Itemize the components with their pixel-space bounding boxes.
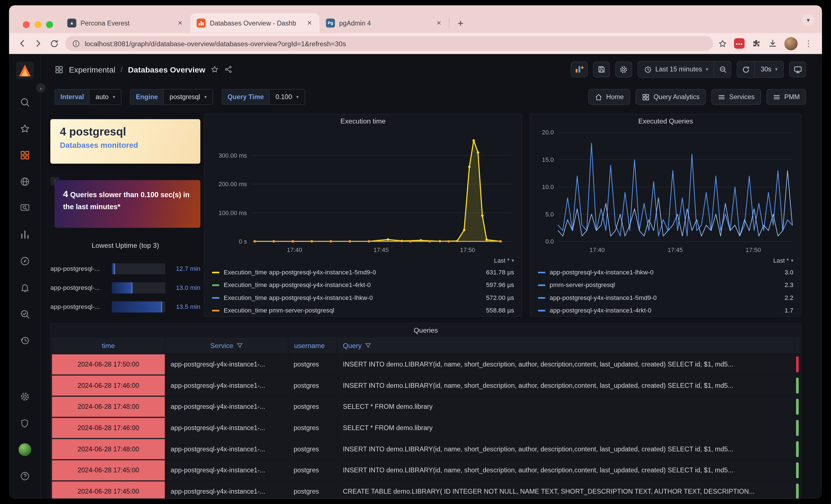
tab-databases-overview[interactable]: Databases Overview - Dashb × <box>190 13 320 33</box>
legend-item[interactable]: Execution_time app-postgresql-y4x-instan… <box>204 266 521 278</box>
explore-compass-icon[interactable] <box>9 248 40 274</box>
starred-dashboards-icon[interactable] <box>9 115 40 142</box>
minimize-window-button[interactable] <box>34 21 41 28</box>
variable-value-dropdown[interactable]: postgresql▾ <box>163 89 213 105</box>
query-analytics-button[interactable]: Query Analytics <box>635 89 706 105</box>
column-header-username[interactable]: username <box>289 337 337 353</box>
site-info-icon[interactable] <box>72 39 80 47</box>
services-button[interactable]: Services <box>711 89 761 105</box>
new-tab-button[interactable]: + <box>453 16 468 31</box>
series-name[interactable]: Execution_time app-postgresql-y4x-instan… <box>224 281 482 288</box>
url-text[interactable]: localhost:8081/graph/d/database-overview… <box>85 39 706 47</box>
uptime-row[interactable]: app-postgresql-...13.5 min <box>51 297 200 316</box>
legend-item[interactable]: Execution_time app-postgresql-y4x-instan… <box>204 278 521 291</box>
dashboard-settings-gear-icon[interactable] <box>615 61 632 77</box>
forward-button[interactable] <box>30 35 46 52</box>
refresh-button[interactable] <box>738 61 754 77</box>
security-shield-icon[interactable] <box>9 410 40 437</box>
dashboards-icon[interactable] <box>9 142 40 169</box>
home-button[interactable]: Home <box>588 89 630 105</box>
tv-mode-button[interactable] <box>789 61 806 77</box>
zoom-out-button[interactable] <box>714 61 731 77</box>
tab-percona-everest[interactable]: ▲ Percona Everest × <box>61 13 191 33</box>
series-name[interactable]: app-postgresql-y4x-instance1-lhkw-0 <box>550 269 780 276</box>
help-icon[interactable] <box>9 463 40 490</box>
query-table-row[interactable]: 2024-06-28 17:46:00app-postgresql-y4x-in… <box>52 376 800 396</box>
browser-profile-avatar[interactable] <box>784 37 798 50</box>
pmm-button[interactable]: PMM <box>766 89 806 105</box>
bookmark-star-icon[interactable] <box>718 39 727 48</box>
tab-search-chevron-icon[interactable]: ▾ <box>802 14 814 26</box>
legend-item[interactable]: Execution_time app-postgresql-y4x-instan… <box>204 291 521 304</box>
legend-sort-header[interactable]: Last *▾ <box>204 255 521 266</box>
query-table-row[interactable]: 2024-06-28 17:48:00app-postgresql-y4x-in… <box>52 439 800 459</box>
databases-globe-icon[interactable] <box>9 169 40 195</box>
favorite-star-icon[interactable] <box>211 65 219 73</box>
column-header-service[interactable]: Service <box>166 337 288 353</box>
settings-gear-icon[interactable] <box>9 384 40 410</box>
close-tab-icon[interactable]: × <box>305 18 314 28</box>
slow-queries-panel[interactable]: 4Queries slower than 0.100 sec(s) in the… <box>55 180 200 228</box>
close-tab-icon[interactable]: × <box>175 18 185 28</box>
executed-queries-panel[interactable]: Executed Queries 0.05.010.015.020.017:40… <box>530 114 801 317</box>
svg-text:200.00 ms: 200.00 ms <box>219 181 247 187</box>
sidebar-expand-chevron[interactable]: › <box>36 83 46 93</box>
query-table-row[interactable]: 2024-06-28 17:46:00app-postgresql-y4x-in… <box>52 418 800 438</box>
legend-item[interactable]: pmm-server-postgresql2.3 <box>531 278 801 291</box>
execution-time-chart[interactable]: 0 s100.00 ms200.00 ms300.00 ms17:4017:45… <box>209 128 518 255</box>
variable-value-dropdown[interactable]: auto▾ <box>89 89 122 105</box>
breadcrumb-folder[interactable]: Experimental <box>69 65 115 74</box>
downloads-icon[interactable] <box>768 39 777 48</box>
back-button[interactable] <box>14 35 30 52</box>
query-table-row[interactable]: 2024-06-28 17:48:00app-postgresql-y4x-in… <box>52 397 800 417</box>
dashboards-grid-icon[interactable] <box>55 65 64 74</box>
tab-pgadmin[interactable]: Pg pgAdmin 4 × <box>320 13 449 33</box>
legend-sort-header[interactable]: Last *▾ <box>531 255 801 266</box>
column-header-time[interactable]: time <box>52 337 165 353</box>
legend-item[interactable]: Execution_time pmm-server-postgresql558.… <box>204 304 521 317</box>
close-window-button[interactable] <box>23 21 30 28</box>
close-tab-icon[interactable]: × <box>434 18 443 28</box>
series-name[interactable]: pmm-server-postgresql <box>550 281 780 288</box>
legend-item[interactable]: app-postgresql-y4x-instance1-lhkw-03.0 <box>531 266 801 278</box>
user-profile-avatar[interactable] <box>9 437 40 463</box>
queries-table-panel[interactable]: Queries time Service username Query <box>51 323 801 499</box>
query-table-row[interactable]: 2024-06-28 17:45:00app-postgresql-y4x-in… <box>52 481 800 499</box>
query-table-row[interactable]: 2024-06-28 17:50:00app-postgresql-y4x-in… <box>52 354 800 374</box>
uptime-row[interactable]: app-postgresql-...12.7 min <box>51 259 200 278</box>
query-analytics-icon[interactable] <box>9 195 40 221</box>
query-table-row[interactable]: 2024-06-28 17:45:00app-postgresql-y4x-in… <box>52 460 800 480</box>
adblock-extension-icon[interactable]: ••• <box>734 38 745 49</box>
backup-history-icon[interactable] <box>9 327 40 354</box>
extensions-puzzle-icon[interactable] <box>751 39 761 48</box>
advisors-icon[interactable] <box>9 301 40 327</box>
share-icon[interactable] <box>224 65 233 73</box>
browser-menu-kebab-icon[interactable]: ⋮ <box>804 39 812 48</box>
execution-time-panel[interactable]: Execution time 0 s100.00 ms200.00 ms300.… <box>204 114 522 317</box>
search-icon[interactable] <box>9 89 40 116</box>
uptime-row[interactable]: app-postgresql-...13.0 min <box>51 278 200 297</box>
series-name[interactable]: Execution_time pmm-server-postgresql <box>224 306 482 314</box>
dashboard-links: Home Query Analytics Services PMM <box>588 89 806 105</box>
column-header-query[interactable]: Query <box>338 337 794 353</box>
refresh-interval-picker[interactable]: 30s ▾ <box>754 61 783 77</box>
executed-queries-chart[interactable]: 0.05.010.015.020.017:4017:4517:50 <box>535 128 798 255</box>
time-range-picker[interactable]: Last 15 minutes ▾ <box>638 61 714 77</box>
address-bar[interactable]: localhost:8081/graph/d/database-overview… <box>65 36 713 51</box>
add-panel-button[interactable] <box>570 61 588 77</box>
databases-monitored-stat-panel[interactable]: 4 postgresql Databases monitored <box>51 119 200 164</box>
series-name[interactable]: app-postgresql-y4x-instance1-4rkt-0 <box>550 306 780 314</box>
maximize-window-button[interactable] <box>46 21 53 28</box>
series-name[interactable]: Execution_time app-postgresql-y4x-instan… <box>224 269 482 276</box>
save-dashboard-button[interactable] <box>593 61 610 77</box>
series-name[interactable]: Execution_time app-postgresql-y4x-instan… <box>224 294 482 301</box>
series-name[interactable]: app-postgresql-y4x-instance1-5md9-0 <box>550 294 780 301</box>
percona-logo[interactable] <box>16 61 34 82</box>
legend-item[interactable]: app-postgresql-y4x-instance1-5md9-02.2 <box>531 291 801 304</box>
legend-item[interactable]: app-postgresql-y4x-instance1-4rkt-01.7 <box>531 304 801 317</box>
metrics-bar-chart-icon[interactable] <box>9 221 40 248</box>
lowest-uptime-panel[interactable]: Lowest Uptime (top 3) app-postgresql-...… <box>51 239 200 316</box>
reload-button[interactable] <box>46 35 62 52</box>
variable-value-dropdown[interactable]: 0.100▾ <box>269 89 305 105</box>
alerting-bell-icon[interactable] <box>9 274 40 301</box>
